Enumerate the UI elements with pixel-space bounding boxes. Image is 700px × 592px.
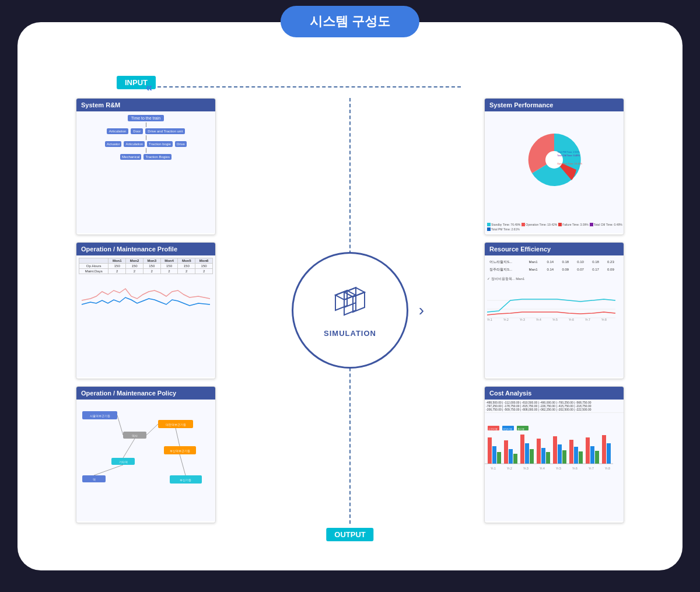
- resource-table: 어느라할지S... Man1 0.14 0.18 0.10 0.18 0.23 …: [487, 258, 621, 274]
- svg-rect-57: [574, 447, 578, 464]
- svg-text:Yr.8: Yr.8: [605, 467, 610, 470]
- om-policy-header: Operation / Maintenance Policy: [76, 387, 215, 400]
- rm-node-top: Time to the train: [128, 115, 164, 121]
- resource-row-1: 어느라할지S... Man1 0.14 0.18 0.10 0.18 0.23: [488, 259, 620, 265]
- res-label-2: 정주라할지S...: [488, 267, 527, 273]
- svg-text:Yr.4: Yr.4: [540, 467, 545, 470]
- svg-rect-48: [525, 443, 529, 464]
- svg-text:부산역부근기등: 부산역부근기등: [170, 449, 190, 453]
- svg-rect-45: [509, 449, 513, 464]
- simulation-circle: SIMULATION ›: [292, 252, 408, 369]
- rm-node-door: Door: [131, 128, 143, 134]
- main-area: INPUT « System R&M Time to the train Art…: [29, 34, 671, 559]
- resource-content: 어느라할지S... Man1 0.14 0.18 0.10 0.18 0.23 …: [485, 255, 624, 325]
- col-header-3: Mon3: [143, 258, 160, 263]
- svg-text:기타역: 기타역: [119, 460, 128, 464]
- cost-analysis-card: Cost Analysis -488,500.00 | -112,000.00 …: [484, 386, 624, 523]
- cost-table-area: -488,500.00 | -112,000.00 | -810,500.00 …: [485, 400, 624, 413]
- rm-line-2: [146, 135, 146, 140]
- res-val-2-3: 0.07: [576, 267, 590, 273]
- svg-rect-59: [586, 437, 590, 464]
- res-val-2-4: 0.17: [591, 267, 605, 273]
- system-rm-card: System R&M Time to the train Articulatio…: [76, 98, 216, 235]
- output-label: OUTPUT: [326, 528, 373, 541]
- om-profile-card: Operation / Maintenance Profile Mon1 Mon…: [76, 242, 216, 379]
- res-val-1-2: 0.18: [561, 259, 575, 265]
- rm-row-2: Articulation Door Drive and Traction uni…: [107, 128, 186, 134]
- main-container: 시스템 구성도 INPUT « System R&M Time to the t…: [18, 22, 682, 570]
- simulation-center: SIMULATION ›: [223, 98, 477, 524]
- res-val-1-1: 0.14: [546, 259, 560, 265]
- res-type-2: Man1: [528, 267, 545, 273]
- system-performance-body: Total PM Time: 2.61% Total CM Time: 0.48…: [485, 111, 624, 233]
- svg-text:Yr.7: Yr.7: [589, 467, 594, 470]
- rm-node-drive2: Drive: [175, 141, 187, 147]
- cell-maint-5: 2: [178, 268, 195, 274]
- svg-rect-54: [558, 444, 562, 464]
- svg-rect-41: [488, 437, 492, 464]
- svg-text:Operation Time: 19.42%: Operation Time: 19.42%: [557, 162, 583, 165]
- system-performance-header: System Performance: [485, 99, 624, 111]
- svg-rect-62: [602, 435, 606, 464]
- cell-op-2: 150: [126, 263, 144, 268]
- svg-text:Total PM Time: 2.61%: Total PM Time: 2.61%: [557, 150, 580, 153]
- svg-text:대전역부근기등: 대전역부근기등: [166, 423, 186, 426]
- svg-text:Yr.5: Yr.5: [556, 467, 561, 470]
- legend-cm: Total CM Time: 0.48%: [590, 223, 622, 226]
- svg-rect-43: [497, 452, 501, 464]
- rm-line-3: [146, 148, 146, 153]
- cost-analysis-body: -488,500.00 | -112,000.00 | -810,500.00 …: [485, 400, 624, 521]
- res-val-2-1: 0.14: [546, 267, 560, 273]
- svg-line-15: [146, 424, 158, 435]
- cell-maint-6: 2: [195, 268, 213, 274]
- resource-selector: ✓ 정비비용항목... Man1: [487, 276, 621, 282]
- table-row-maint: Maint.Days 2 2 2 2 2 2: [79, 268, 213, 274]
- cell-op-3: 150: [143, 263, 160, 268]
- simulation-label: SIMULATION: [324, 329, 376, 338]
- chevron-left-icon: «: [146, 80, 152, 94]
- svg-rect-47: [520, 435, 524, 464]
- cost-row-3: -206,750.00 | -509,750.00 | -808,000.00 …: [486, 408, 622, 411]
- res-val-2-5: 0.09: [606, 267, 620, 273]
- svg-rect-63: [607, 443, 611, 464]
- svg-text:Yr.2: Yr.2: [503, 318, 509, 321]
- col-header-2: Mon2: [126, 258, 144, 263]
- svg-rect-61: [595, 451, 599, 464]
- res-val-1-4: 0.18: [591, 259, 605, 265]
- svg-rect-60: [590, 446, 594, 464]
- legend-standby: Standby Time: 76.49%: [487, 223, 520, 226]
- resource-row-2: 정주라할지S... Man1 0.14 0.09 0.07 0.17 0.09: [488, 267, 620, 273]
- svg-line-19: [180, 454, 186, 475]
- cost-bar-chart: Yr.1 Yr.2 Yr.3 Yr.4 Yr.5 Yr.6 Yr.7 Yr.8 …: [485, 414, 613, 472]
- svg-line-16: [123, 439, 135, 458]
- svg-rect-58: [579, 451, 583, 464]
- res-val-1-5: 0.23: [606, 259, 620, 265]
- cell-maint-3: 2: [143, 268, 160, 274]
- pie-container: Total PM Time: 2.61% Total CM Time: 0.48…: [485, 111, 624, 209]
- om-policy-card: Operation / Maintenance Policy 서울역부근기등 역…: [76, 386, 216, 523]
- system-rm-body: Time to the train Articulation Door Driv…: [76, 111, 215, 233]
- page-title: 시스템 구성도: [281, 6, 419, 37]
- rm-node-tb: Traction bogie: [147, 141, 173, 147]
- simulation-icon: [327, 283, 373, 324]
- back-arrow: «: [146, 80, 152, 94]
- res-type-1: Man1: [528, 259, 545, 265]
- svg-text:부산기등: 부산기등: [180, 478, 191, 482]
- policy-network-svg: 서울역부근기등 역사 대전역부근기등 부산역부근기등 기타역 역: [76, 400, 205, 493]
- svg-rect-44: [504, 440, 508, 464]
- svg-line-17: [94, 465, 123, 475]
- om-profile-header: Operation / Maintenance Profile: [76, 243, 215, 255]
- om-policy-body: 서울역부근기등 역사 대전역부근기등 부산역부근기등 기타역 역: [76, 400, 215, 521]
- svg-text:Yr.6: Yr.6: [572, 467, 578, 470]
- svg-text:Yr.4: Yr.4: [536, 318, 541, 321]
- svg-line-14: [117, 415, 123, 435]
- rm-node-drive: Drive and Traction unit: [145, 128, 185, 134]
- svg-rect-50: [537, 439, 541, 464]
- system-rm-header: System R&M: [76, 99, 215, 111]
- om-profile-chart: [79, 274, 213, 312]
- cost-analysis-header: Cost Analysis: [485, 387, 624, 400]
- col-header-4: Mon4: [160, 258, 178, 263]
- resource-efficiency-body: 어느라할지S... Man1 0.14 0.18 0.10 0.18 0.23 …: [485, 255, 624, 377]
- om-profile-content: Mon1 Mon2 Mon3 Mon4 Mon5 Mon6: [76, 255, 215, 317]
- cell-maint-4: 2: [160, 268, 178, 274]
